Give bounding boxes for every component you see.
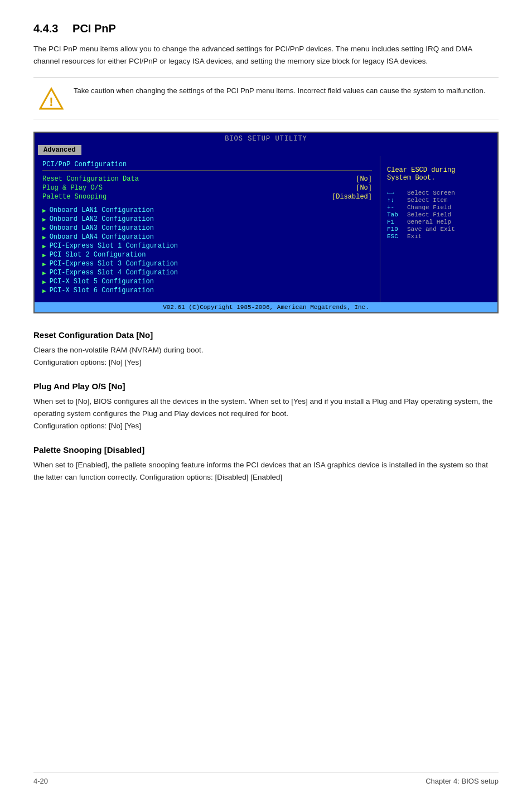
submenu-arrow: ▶ <box>42 287 46 294</box>
page-number: 4-20 <box>33 777 48 785</box>
reset-body: Clears the non-volatile RAM (NVRAM) duri… <box>33 344 499 368</box>
bios-item-reset[interactable]: Reset Configuration Data [No] <box>42 175 372 183</box>
bios-help-row: ↑↓Select Item <box>387 197 491 204</box>
submenu-arrow: ▶ <box>42 269 46 277</box>
bios-help-row: ESCExit <box>387 233 491 240</box>
bios-help-row: ←→Select Screen <box>387 190 491 196</box>
palette-heading: Palette Snooping [Disabled] <box>33 445 499 455</box>
bios-help-row: +-Change Field <box>387 204 491 211</box>
bios-container: BIOS SETUP UTILITY Advanced PCI/PnP Conf… <box>33 132 499 313</box>
submenu-arrow: ▶ <box>42 278 46 286</box>
bios-menu-bar: Advanced <box>35 144 497 156</box>
bios-submenu-item[interactable]: ▶PCI-Express Slot 3 Configuration <box>42 260 372 268</box>
help-desc: Exit <box>407 233 422 240</box>
palette-section: Palette Snooping [Disabled] When set to … <box>33 445 499 483</box>
page-footer: 4-20 Chapter 4: BIOS setup <box>33 772 499 785</box>
plug-section: Plug And Play O/S [No] When set to [No],… <box>33 381 499 432</box>
warning-box: ! Take caution when changing the setting… <box>33 77 499 119</box>
warning-icon: ! <box>39 86 64 111</box>
submenu-arrow: ▶ <box>42 260 46 268</box>
palette-body: When set to [Enabled], the pallete snoop… <box>33 459 499 483</box>
bios-submenu-item[interactable]: ▶PCI-X Slot 5 Configuration <box>42 278 372 286</box>
submenu-label: Onboard LAN2 Configuration <box>50 215 154 223</box>
bios-body: PCI/PnP Configuration Reset Configuratio… <box>35 156 497 302</box>
bios-header: BIOS SETUP UTILITY <box>35 133 497 144</box>
submenu-label: PCI-Express Slot 3 Configuration <box>50 260 178 268</box>
bios-left-panel: PCI/PnP Configuration Reset Configuratio… <box>35 156 380 302</box>
submenu-label: PCI-Express Slot 1 Configuration <box>50 242 178 250</box>
bios-section-title: PCI/PnP Configuration <box>42 161 372 171</box>
chapter-label: Chapter 4: BIOS setup <box>425 777 499 785</box>
bios-value-palette: [Disabled] <box>332 193 372 201</box>
bios-submenu-item[interactable]: ▶PCI-Express Slot 1 Configuration <box>42 242 372 250</box>
bios-help-desc: Clear ESCD duringSystem Boot. <box>387 166 491 182</box>
bios-label-palette: Palette Snooping <box>42 193 107 201</box>
bios-label-reset: Reset Configuration Data <box>42 175 139 183</box>
bios-value-reset: [No] <box>356 175 372 183</box>
help-desc: Select Screen <box>407 190 455 196</box>
bios-help-row: TabSelect Field <box>387 211 491 218</box>
bios-submenu-item[interactable]: ▶Onboard LAN4 Configuration <box>42 233 372 241</box>
help-desc: Save and Exit <box>407 226 455 233</box>
bios-submenu-list: ▶Onboard LAN1 Configuration▶Onboard LAN2… <box>42 206 372 294</box>
bios-right-panel: Clear ESCD duringSystem Boot. ←→Select S… <box>380 156 497 302</box>
submenu-label: Onboard LAN3 Configuration <box>50 224 154 232</box>
help-key: ↑↓ <box>387 197 407 204</box>
help-desc: Select Item <box>407 197 448 204</box>
help-key: +- <box>387 204 407 211</box>
bios-label-plug: Plug & Play O/S <box>42 184 103 192</box>
bios-help-row: F10Save and Exit <box>387 226 491 233</box>
help-key: F1 <box>387 219 407 225</box>
bios-submenu-item[interactable]: ▶Onboard LAN1 Configuration <box>42 206 372 214</box>
plug-body: When set to [No], BIOS configures all th… <box>33 395 499 432</box>
submenu-label: PCI Slot 2 Configuration <box>50 251 146 259</box>
bios-item-palette[interactable]: Palette Snooping [Disabled] <box>42 193 372 201</box>
submenu-label: Onboard LAN1 Configuration <box>50 206 154 214</box>
help-key: ESC <box>387 233 407 240</box>
bios-advanced-tab[interactable]: Advanced <box>38 145 81 155</box>
submenu-arrow: ▶ <box>42 216 46 223</box>
submenu-arrow: ▶ <box>42 225 46 232</box>
help-key: ←→ <box>387 190 407 196</box>
help-desc: Select Field <box>407 211 451 218</box>
reset-heading: Reset Configuration Data [No] <box>33 330 499 340</box>
bios-value-plug: [No] <box>356 184 372 192</box>
plug-heading: Plug And Play O/S [No] <box>33 381 499 391</box>
submenu-arrow: ▶ <box>42 243 46 250</box>
warning-text: Take caution when changing the settings … <box>74 85 485 97</box>
bios-submenu-item[interactable]: ▶PCI Slot 2 Configuration <box>42 251 372 259</box>
help-desc: Change Field <box>407 204 451 211</box>
section-title: 4.4.3 PCI PnP <box>33 22 499 35</box>
submenu-arrow: ▶ <box>42 207 46 214</box>
submenu-label: PCI-Express Slot 4 Configuration <box>50 269 178 277</box>
submenu-label: PCI-X Slot 5 Configuration <box>50 278 154 286</box>
help-key: F10 <box>387 226 407 233</box>
submenu-label: PCI-X Slot 6 Configuration <box>50 287 154 294</box>
bios-submenu-item[interactable]: ▶PCI-X Slot 6 Configuration <box>42 287 372 294</box>
svg-text:!: ! <box>49 95 53 109</box>
intro-text: The PCI PnP menu items allow you to chan… <box>33 43 499 67</box>
submenu-label: Onboard LAN4 Configuration <box>50 233 154 241</box>
bios-help-row: F1General Help <box>387 219 491 225</box>
bios-submenu-item[interactable]: ▶Onboard LAN3 Configuration <box>42 224 372 232</box>
bios-item-plug[interactable]: Plug & Play O/S [No] <box>42 184 372 192</box>
reset-section: Reset Configuration Data [No] Clears the… <box>33 330 499 368</box>
bios-submenu-item[interactable]: ▶PCI-Express Slot 4 Configuration <box>42 269 372 277</box>
bios-footer: V02.61 (C)Copyright 1985-2006, American … <box>35 302 497 312</box>
submenu-arrow: ▶ <box>42 234 46 241</box>
help-desc: General Help <box>407 219 451 225</box>
help-key: Tab <box>387 211 407 218</box>
bios-submenu-item[interactable]: ▶Onboard LAN2 Configuration <box>42 215 372 223</box>
submenu-arrow: ▶ <box>42 252 46 259</box>
bios-help-section: Clear ESCD duringSystem Boot. ←→Select S… <box>387 166 491 240</box>
